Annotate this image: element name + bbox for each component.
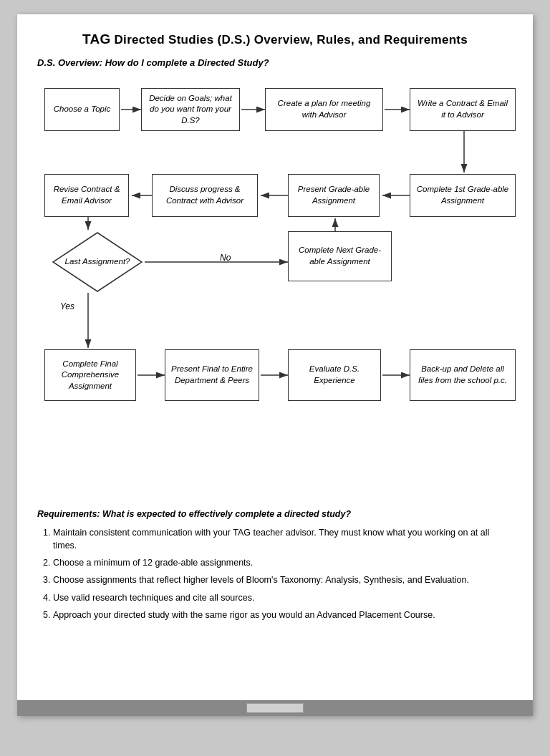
title-rest: Directed Studies (D.S.) Overview, Rules,… <box>111 33 468 47</box>
box-create-plan: Create a plan for meeting with Advisor <box>265 88 383 131</box>
req-item-2: Choose a minimum of 12 grade-able assign… <box>53 556 513 569</box>
box-present-gradeable: Present Grade-able Assignment <box>288 174 380 217</box>
box-complete-first: Complete 1st Grade-able Assignment <box>410 174 516 217</box>
requirements-header: Requirements: What is expected to effect… <box>37 509 513 519</box>
bottom-strip-box <box>246 703 304 713</box>
box-decide-goals: Decide on Goals; what do you want from y… <box>141 88 240 131</box>
title-tag: TAG <box>82 32 111 47</box>
box-write-contract: Write a Contract & Email it to Advisor <box>410 88 516 131</box>
box-choose-topic: Choose a Topic <box>44 88 120 131</box>
requirements-list: Maintain consistent communication with y… <box>37 526 513 621</box>
box-complete-next: Complete Next Grade-able Assignment <box>288 231 392 281</box>
box-backup-delete: Back-up and Delete all files from the sc… <box>410 349 516 401</box>
req-item-4: Use valid research techniques and cite a… <box>53 591 513 604</box>
overview-subtitle: D.S. Overview: How do I complete a Direc… <box>37 57 513 68</box>
req-item-5: Approach your directed study with the sa… <box>53 609 513 621</box>
box-revise-contract: Revise Contract & Email Advisor <box>44 174 129 217</box>
box-evaluate-ds: Evaluate D.S. Experience <box>288 349 381 401</box>
flowchart-area: Choose a Topic Decide on Goals; what do … <box>37 81 513 496</box>
label-no: No <box>220 253 231 263</box>
req-item-1: Maintain consistent communication with y… <box>53 526 513 552</box>
box-complete-final: Complete Final Comprehensive Assignment <box>44 349 136 401</box>
page: TAG Directed Studies (D.S.) Overview, Ru… <box>17 14 533 716</box>
page-title: TAG Directed Studies (D.S.) Overview, Ru… <box>37 32 513 47</box>
diamond-last-assignment: Last Assignment? <box>52 231 143 293</box>
bottom-strip <box>17 700 533 716</box>
req-item-3: Choose assignments that reflect higher l… <box>53 573 513 586</box>
requirements-section: Requirements: What is expected to effect… <box>37 509 513 621</box>
box-discuss-progress: Discuss progress & Contract with Advisor <box>152 174 258 217</box>
label-yes: Yes <box>60 301 74 311</box>
box-present-final: Present Final to Entire Department & Pee… <box>165 349 259 401</box>
